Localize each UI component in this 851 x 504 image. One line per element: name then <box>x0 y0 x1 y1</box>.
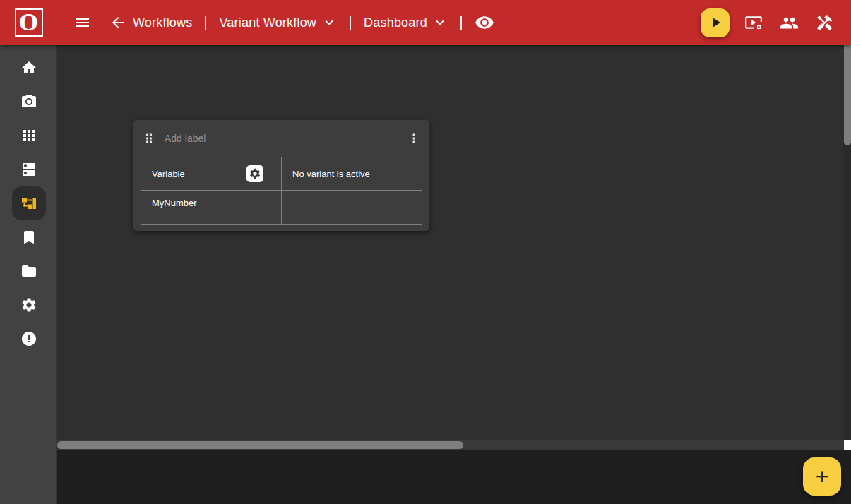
app-logo[interactable]: O <box>0 0 57 45</box>
plus-icon: + <box>816 465 829 488</box>
video-settings-icon[interactable] <box>744 13 763 32</box>
topbar-right-actions <box>744 13 833 32</box>
logo-letter: O <box>19 12 38 34</box>
back-arrow-icon <box>109 14 126 31</box>
topbar-divider <box>205 16 206 30</box>
sidebar-item-home[interactable] <box>12 51 46 85</box>
sidebar-item-devices[interactable] <box>12 152 46 186</box>
variable-value-cell <box>282 191 422 225</box>
top-app-bar: O Workflows Variant Workflow Dashboard <box>0 0 851 45</box>
workflows-back-nav[interactable]: Workflows <box>109 14 192 31</box>
sidebar-item-bookmarks[interactable] <box>12 220 46 254</box>
menu-icon[interactable] <box>74 14 91 31</box>
bookmark-icon <box>20 229 37 246</box>
workflow-selector-label: Variant Workflow <box>219 16 316 30</box>
variable-header-cell: Variable <box>141 157 282 191</box>
vertical-scrollbar[interactable] <box>844 45 851 440</box>
sidebar-item-errors[interactable] <box>12 322 46 356</box>
variable-table: Variable No variant is active MyNumber <box>141 157 422 225</box>
sidebar-item-apps[interactable] <box>12 119 46 152</box>
topbar-divider <box>350 16 351 30</box>
play-icon <box>707 14 724 31</box>
run-button[interactable] <box>701 8 730 37</box>
logo-frame: O <box>15 8 43 37</box>
horizontal-scrollbar[interactable] <box>57 440 844 450</box>
dashboard-canvas <box>57 45 844 440</box>
scrollbar-corner <box>844 440 851 450</box>
kebab-menu-icon[interactable] <box>407 131 421 145</box>
workflow-schema-icon <box>20 195 37 212</box>
workflows-label: Workflows <box>133 16 192 30</box>
error-icon <box>20 330 37 347</box>
table-header-row: Variable No variant is active <box>141 157 422 191</box>
table-row: MyNumber <box>141 191 422 225</box>
view-selector-label: Dashboard <box>364 16 427 30</box>
sidebar-item-files[interactable] <box>12 254 46 288</box>
variant-status-cell: No variant is active <box>282 157 422 191</box>
sidebar-item-workflows[interactable] <box>12 186 46 220</box>
bottom-panel <box>57 450 851 504</box>
settings-gear-icon <box>20 296 37 313</box>
folder-icon <box>20 263 37 280</box>
add-widget-fab[interactable]: + <box>803 457 841 496</box>
chevron-down-icon <box>321 15 337 30</box>
variable-settings-button[interactable] <box>246 165 263 182</box>
widget-card-header <box>133 120 429 157</box>
icon-sidebar <box>0 45 57 504</box>
variable-header-label: Variable <box>152 169 185 179</box>
variable-widget-card: Variable No variant is active MyNumber <box>133 120 429 231</box>
vertical-scrollbar-thumb[interactable] <box>844 45 851 145</box>
chevron-down-icon <box>432 15 448 30</box>
apps-grid-icon <box>20 127 37 144</box>
home-icon <box>20 59 37 76</box>
drag-handle-icon[interactable] <box>142 131 156 145</box>
camera-icon <box>20 93 37 110</box>
view-selector[interactable]: Dashboard <box>364 15 448 30</box>
users-icon[interactable] <box>780 13 799 32</box>
topbar-divider <box>460 16 462 30</box>
workflow-selector[interactable]: Variant Workflow <box>219 15 337 30</box>
horizontal-scrollbar-thumb[interactable] <box>57 441 463 449</box>
variant-status-label: No variant is active <box>292 169 370 179</box>
variable-name-cell: MyNumber <box>141 191 282 225</box>
widget-label-input[interactable] <box>165 133 407 144</box>
gear-icon <box>249 167 261 180</box>
handyman-tools-icon[interactable] <box>816 14 833 32</box>
visibility-eye-icon[interactable] <box>475 13 494 32</box>
dns-list-icon <box>20 161 37 178</box>
sidebar-item-settings[interactable] <box>12 288 46 322</box>
sidebar-item-camera[interactable] <box>12 85 46 119</box>
variable-name: MyNumber <box>152 198 197 208</box>
